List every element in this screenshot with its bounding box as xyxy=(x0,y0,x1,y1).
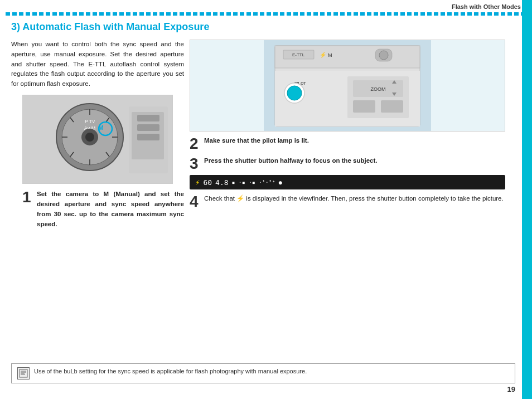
header-title: Flash with Other Modes xyxy=(452,3,521,10)
section-heading: 3) Automatic Flash with Manual Exposure xyxy=(11,21,505,33)
svg-text:M: M xyxy=(328,52,332,58)
cyan-accent-bar xyxy=(522,0,532,399)
left-column: When you want to control both the sync s… xyxy=(11,40,184,229)
content-area: When you want to control both the sync s… xyxy=(11,40,505,229)
vf-aperture: 4.8 xyxy=(215,178,228,187)
vf-exposure-bar: ▪ ·▪ ·▪ ·¹·²⁺ ● xyxy=(232,179,282,186)
step-4-text: Check that ⚡ is displayed in the viewfin… xyxy=(204,194,504,210)
step-3-number: 3 xyxy=(190,156,201,172)
svg-point-16 xyxy=(85,133,94,142)
step-1-number: 1 xyxy=(22,189,33,229)
intro-text: When you want to control both the sync s… xyxy=(11,40,184,89)
step-3-block: 3 Press the shutter button halfway to fo… xyxy=(190,156,505,172)
main-content: 3) Automatic Flash with Manual Exposure … xyxy=(0,16,522,235)
note-text: Use of the buLb setting for the sync spe… xyxy=(34,367,307,376)
svg-text:E-TTL: E-TTL xyxy=(292,52,305,57)
step-4-block: 4 Check that ⚡ is displayed in the viewf… xyxy=(190,194,505,210)
step-4-number: 4 xyxy=(190,194,201,210)
vf-shutter: 60 xyxy=(203,178,212,187)
step-1-block: 1 Set the camera to M (Manual) and set t… xyxy=(22,189,184,229)
flash-icon-vf: ⚡ xyxy=(195,178,200,187)
step-2-text: Make sure that the pilot lamp is lit. xyxy=(204,136,309,152)
svg-rect-21 xyxy=(137,124,159,131)
svg-text:⚡: ⚡ xyxy=(320,51,327,59)
step-1-text: Set the camera to M (Manual) and set the… xyxy=(37,189,184,229)
right-column: E-TTL ⚡ M PILOT xyxy=(190,40,505,229)
svg-point-35 xyxy=(287,86,302,100)
header: Flash with Other Modes xyxy=(0,0,532,12)
svg-point-31 xyxy=(379,51,388,60)
step-3-text: Press the shutter button halfway to focu… xyxy=(204,156,378,172)
bottom-note: Use of the buLb setting for the sync spe… xyxy=(11,363,515,383)
note-icon xyxy=(17,367,30,379)
flash-unit-image: E-TTL ⚡ M PILOT xyxy=(190,40,505,132)
svg-text:ZOOM: ZOOM xyxy=(371,86,386,92)
svg-text:P Tv: P Tv xyxy=(85,119,95,124)
svg-rect-41 xyxy=(353,100,375,113)
camera-dial-image: P Tv Av M M xyxy=(22,95,173,184)
step-2-number: 2 xyxy=(190,136,201,152)
svg-rect-22 xyxy=(137,134,159,140)
page-number: 19 xyxy=(507,385,515,393)
viewfinder-display: ⚡ 60 4.8 ▪ ·▪ ·▪ ·¹·²⁺ ● xyxy=(190,175,505,189)
svg-rect-42 xyxy=(381,100,403,113)
step-2-block: 2 Make sure that the pilot lamp is lit. xyxy=(190,136,505,152)
svg-rect-20 xyxy=(137,115,159,121)
